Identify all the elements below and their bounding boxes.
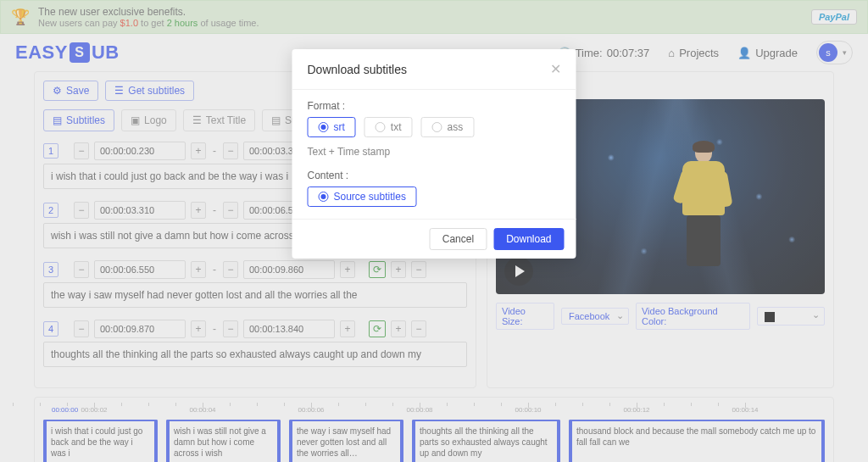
radio-icon — [319, 192, 329, 202]
download-button[interactable]: Download — [493, 228, 564, 250]
format-opt-txt[interactable]: txt — [364, 117, 413, 137]
content-label: Content : — [308, 170, 561, 181]
download-modal: Download subtitles ✕ Format : srt txt as… — [292, 49, 576, 259]
radio-icon — [319, 122, 329, 132]
content-opt-source[interactable]: Source subtitles — [308, 186, 417, 207]
format-hint: Text + Time stamp — [308, 146, 561, 158]
radio-icon — [376, 122, 386, 132]
modal-title: Download subtitles — [308, 63, 408, 76]
format-label: Format : — [308, 100, 561, 112]
close-icon[interactable]: ✕ — [550, 61, 561, 77]
format-opt-ass[interactable]: ass — [421, 117, 475, 137]
radio-icon — [432, 122, 442, 132]
cancel-button[interactable]: Cancel — [430, 228, 487, 250]
format-opt-srt[interactable]: srt — [308, 117, 356, 137]
